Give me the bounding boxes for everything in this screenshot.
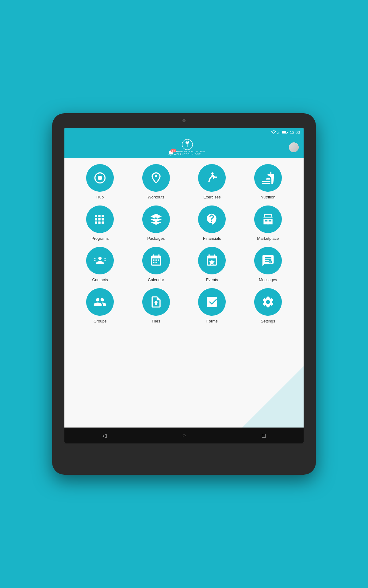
messages-label: Messages (259, 277, 277, 282)
workouts-icon-circle (142, 164, 170, 192)
menu-item-settings[interactable]: Settings (242, 288, 295, 323)
logo-subtext: WELLNESS IN ONE (174, 153, 201, 156)
app-header: 34 THE HEALTH EVOLUTION WELLNESS IN ONE (64, 137, 304, 158)
camera (182, 119, 186, 122)
menu-item-messages[interactable]: Messages (242, 247, 295, 282)
status-icons (271, 130, 288, 134)
app-content: HubWorkoutsExercisesNutritionProgramsPac… (64, 158, 304, 428)
files-icon-circle (142, 288, 170, 316)
avatar-image (289, 142, 299, 152)
hub-label: Hub (96, 195, 104, 199)
svg-point-20 (98, 257, 102, 260)
svg-rect-6 (287, 132, 288, 133)
logo-tree-icon (182, 139, 193, 150)
menu-item-files[interactable]: Files (130, 288, 183, 323)
settings-icon-circle (254, 288, 282, 316)
programs-icon-circle (86, 205, 114, 233)
nav-bar: ◁ ○ □ (64, 428, 304, 443)
back-button[interactable]: ◁ (98, 429, 110, 442)
svg-rect-16 (98, 221, 101, 224)
menu-item-contacts[interactable]: Contacts (74, 247, 127, 282)
forms-icon-circle (198, 288, 226, 316)
workouts-label: Workouts (148, 195, 164, 199)
messages-icon-circle (254, 247, 282, 274)
exercises-icon-circle (198, 164, 226, 192)
profile-avatar[interactable] (289, 142, 299, 152)
svg-rect-14 (98, 215, 101, 217)
menu-item-nutrition[interactable]: Nutrition (242, 164, 295, 199)
svg-point-9 (99, 177, 101, 179)
svg-rect-5 (282, 131, 286, 133)
menu-item-programs[interactable]: Programs (74, 205, 127, 241)
wifi-icon (271, 130, 276, 134)
svg-rect-17 (102, 215, 104, 217)
notification-badge: 34 (171, 149, 176, 152)
menu-item-forms[interactable]: Forms (186, 288, 239, 323)
svg-rect-1 (278, 132, 278, 134)
menu-item-groups[interactable]: Groups (74, 288, 127, 323)
tablet-device: 12:00 34 THE HEALTH EVOLUTION WELLNESS I… (52, 113, 316, 475)
home-button[interactable]: ○ (178, 429, 190, 442)
menu-item-calendar[interactable]: Calendar (130, 247, 183, 282)
programs-label: Programs (91, 236, 109, 241)
marketplace-label: Marketplace (257, 236, 279, 241)
menu-item-events[interactable]: Events (186, 247, 239, 282)
svg-rect-19 (102, 221, 104, 224)
svg-rect-24 (105, 260, 106, 261)
notification-bell[interactable]: 34 (167, 150, 174, 158)
calendar-label: Calendar (148, 277, 164, 282)
svg-rect-11 (95, 215, 97, 217)
svg-rect-15 (98, 218, 101, 220)
menu-item-financials[interactable]: Financials (186, 205, 239, 241)
groups-label: Groups (94, 319, 107, 323)
nutrition-icon-circle (254, 164, 282, 192)
tablet-top-bar (52, 113, 316, 128)
svg-rect-13 (95, 221, 97, 224)
time-display: 12:00 (290, 130, 300, 135)
status-bar: 12:00 (64, 128, 304, 137)
signal-icon (277, 130, 281, 134)
menu-grid: HubWorkoutsExercisesNutritionProgramsPac… (74, 164, 294, 323)
events-icon-circle (198, 247, 226, 274)
menu-item-workouts[interactable]: Workouts (130, 164, 183, 199)
app-logo: THE HEALTH EVOLUTION WELLNESS IN ONE (169, 139, 205, 156)
svg-rect-21 (94, 258, 96, 259)
events-label: Events (206, 277, 218, 282)
calendar-icon-circle (142, 247, 170, 274)
packages-icon-circle (142, 205, 170, 233)
menu-item-packages[interactable]: Packages (130, 205, 183, 241)
settings-label: Settings (261, 319, 275, 323)
tablet-screen: 12:00 34 THE HEALTH EVOLUTION WELLNESS I… (64, 128, 304, 443)
svg-point-26 (269, 261, 271, 263)
svg-rect-22 (94, 260, 96, 261)
files-label: Files (152, 319, 160, 323)
battery-icon (282, 130, 288, 134)
marketplace-icon-circle (254, 205, 282, 233)
contacts-icon-circle (86, 247, 114, 274)
recent-button[interactable]: □ (258, 429, 270, 442)
svg-rect-2 (279, 132, 279, 134)
financials-icon-circle (198, 205, 226, 233)
svg-rect-12 (95, 218, 97, 220)
menu-item-marketplace[interactable]: Marketplace (242, 205, 295, 241)
contacts-label: Contacts (92, 277, 108, 282)
exercises-label: Exercises (203, 195, 220, 199)
packages-label: Packages (147, 236, 165, 241)
svg-rect-3 (280, 131, 280, 134)
groups-icon-circle (86, 288, 114, 316)
forms-label: Forms (206, 319, 218, 323)
hub-icon-circle (86, 164, 114, 192)
svg-rect-18 (102, 218, 104, 220)
svg-point-10 (211, 172, 213, 175)
nutrition-label: Nutrition (261, 195, 275, 199)
svg-rect-0 (277, 133, 278, 134)
financials-label: Financials (203, 236, 221, 241)
svg-rect-23 (105, 258, 106, 259)
menu-item-hub[interactable]: Hub (74, 164, 127, 199)
menu-item-exercises[interactable]: Exercises (186, 164, 239, 199)
